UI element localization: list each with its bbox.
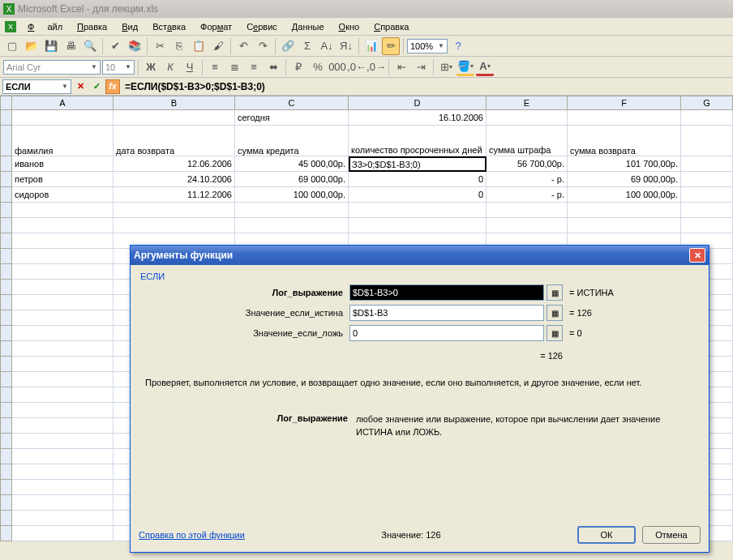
currency-icon[interactable]: ₽ xyxy=(289,58,307,76)
row-header[interactable] xyxy=(0,526,12,541)
spell-icon[interactable]: ✔ xyxy=(106,37,124,55)
row-header[interactable] xyxy=(0,357,12,372)
cell[interactable]: сумма возврата xyxy=(568,126,681,156)
cell[interactable]: 45 000,00р. xyxy=(235,156,349,172)
row-header[interactable] xyxy=(0,495,12,511)
col-header[interactable]: B xyxy=(114,96,235,110)
align-left-icon[interactable]: ≡ xyxy=(206,58,224,76)
cell[interactable]: - р. xyxy=(487,187,568,203)
paste-icon[interactable]: 📋 xyxy=(190,37,208,55)
cell[interactable] xyxy=(114,203,235,218)
cell[interactable]: 12.06.2006 xyxy=(114,156,235,172)
cell[interactable]: петров xyxy=(12,172,114,187)
copy-icon[interactable]: ⎘ xyxy=(170,37,188,55)
cell[interactable]: сидоров xyxy=(12,187,114,203)
font-selector[interactable]: Arial Cyr▼ xyxy=(3,60,101,75)
inc-decimal-icon[interactable]: ,0← xyxy=(348,58,366,76)
cell[interactable] xyxy=(568,110,681,126)
menu-insert[interactable]: Вставка xyxy=(146,19,192,34)
row-header[interactable] xyxy=(0,372,12,387)
cell[interactable] xyxy=(568,203,681,218)
row-header[interactable] xyxy=(0,480,12,495)
cancel-formula-icon[interactable]: ✕ xyxy=(73,79,88,94)
confirm-formula-icon[interactable]: ✓ xyxy=(89,79,104,94)
menu-window[interactable]: Окно xyxy=(332,19,366,34)
row-header[interactable] xyxy=(0,156,12,172)
ok-button[interactable]: ОК xyxy=(577,526,636,544)
row-header[interactable] xyxy=(0,449,12,464)
cell[interactable] xyxy=(12,326,114,341)
sort-asc-icon[interactable]: A↓ xyxy=(318,37,336,55)
cell[interactable] xyxy=(681,218,733,233)
arg-input-false[interactable] xyxy=(349,325,544,341)
row-header[interactable] xyxy=(0,295,12,310)
cell[interactable] xyxy=(12,495,114,511)
arg-input-log[interactable] xyxy=(349,284,544,301)
collapse-icon[interactable]: ▦ xyxy=(547,305,563,321)
research-icon[interactable]: 📚 xyxy=(126,37,144,55)
print-icon[interactable]: 🖶 xyxy=(62,37,79,55)
redo-icon[interactable]: ↷ xyxy=(254,37,272,55)
row-header[interactable] xyxy=(0,280,12,295)
cell[interactable] xyxy=(12,218,114,233)
cell[interactable]: дата возврата xyxy=(114,126,235,156)
cell[interactable]: - р. xyxy=(487,172,568,187)
system-icon[interactable]: X xyxy=(5,21,16,32)
comma-icon[interactable]: 000 xyxy=(328,58,346,76)
autosum-icon[interactable]: Σ xyxy=(298,37,316,55)
cell[interactable] xyxy=(12,403,114,418)
cell[interactable]: 16.10.2006 xyxy=(349,110,487,126)
undo-icon[interactable]: ↶ xyxy=(234,37,252,55)
merge-icon[interactable]: ⬌ xyxy=(264,58,282,76)
cell[interactable] xyxy=(681,187,733,203)
cell[interactable] xyxy=(114,218,235,233)
menu-data[interactable]: Данные xyxy=(285,19,331,34)
cell[interactable] xyxy=(487,110,568,126)
cancel-button[interactable]: Отмена xyxy=(642,526,701,544)
fillcolor-icon[interactable]: 🪣▾ xyxy=(457,58,474,76)
dec-decimal-icon[interactable]: ,0→ xyxy=(367,58,385,76)
row-header[interactable] xyxy=(0,218,12,233)
row-header[interactable] xyxy=(0,511,12,526)
cell[interactable]: 24.10.2006 xyxy=(114,172,235,187)
cell[interactable] xyxy=(487,203,568,218)
menu-view[interactable]: Вид xyxy=(115,19,144,34)
menu-file[interactable]: Файл xyxy=(21,19,69,34)
name-box[interactable]: ЕСЛИ▼ xyxy=(2,79,71,94)
cell[interactable] xyxy=(12,449,114,464)
cell[interactable]: 11.12.2006 xyxy=(114,187,235,203)
menu-format[interactable]: Формат xyxy=(194,19,238,34)
dec-indent-icon[interactable]: ⇤ xyxy=(392,58,410,76)
active-cell[interactable]: З3>0;$D$1-B3;0) xyxy=(349,156,487,172)
drawing-icon[interactable]: ✏ xyxy=(382,37,400,55)
row-header[interactable] xyxy=(0,172,12,187)
cell[interactable] xyxy=(568,218,681,233)
col-header[interactable]: G xyxy=(681,96,733,110)
menu-service[interactable]: Сервис xyxy=(240,19,284,34)
fx-icon[interactable]: fx xyxy=(105,79,120,94)
cell[interactable]: 0 xyxy=(349,187,487,203)
align-right-icon[interactable]: ≡ xyxy=(245,58,263,76)
row-header[interactable] xyxy=(0,187,12,203)
cell[interactable] xyxy=(12,249,114,264)
bold-icon[interactable]: Ж xyxy=(142,58,160,76)
help-link[interactable]: Справка по этой функции xyxy=(139,530,245,540)
cell[interactable] xyxy=(12,387,114,403)
row-header[interactable] xyxy=(0,110,12,126)
cell[interactable] xyxy=(349,218,487,233)
cell[interactable] xyxy=(681,172,733,187)
cell[interactable] xyxy=(12,280,114,295)
format-painter-icon[interactable]: 🖌 xyxy=(209,37,227,55)
cell[interactable] xyxy=(681,126,733,156)
col-header[interactable]: C xyxy=(235,96,349,110)
cell[interactable]: сумма кредита xyxy=(235,126,349,156)
cell[interactable] xyxy=(12,526,114,541)
cell[interactable] xyxy=(114,110,235,126)
italic-icon[interactable]: К xyxy=(161,58,179,76)
cell[interactable] xyxy=(12,310,114,326)
row-header[interactable] xyxy=(0,341,12,357)
cell[interactable]: 69 000,00р. xyxy=(235,172,349,187)
cell[interactable] xyxy=(12,464,114,480)
col-header[interactable]: E xyxy=(487,96,568,110)
cell[interactable] xyxy=(12,110,114,126)
